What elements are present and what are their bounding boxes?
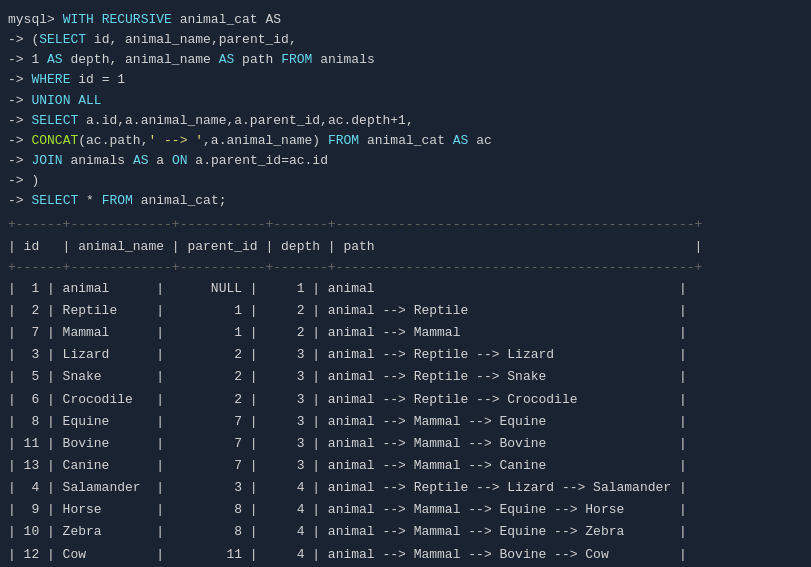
query-line-1: mysql> WITH RECURSIVE animal_cat AS bbox=[8, 10, 803, 30]
table-row: | 7 | Mammal | 1 | 2 | animal --> Mammal… bbox=[8, 322, 803, 344]
table-row: | 3 | Lizard | 2 | 3 | animal --> Reptil… bbox=[8, 344, 803, 366]
query-line-10: -> SELECT * FROM animal_cat; bbox=[8, 191, 803, 211]
table-row: | 4 | Salamander | 3 | 4 | animal --> Re… bbox=[8, 477, 803, 499]
table-row: | 5 | Snake | 2 | 3 | animal --> Reptile… bbox=[8, 366, 803, 388]
query-line-4: -> WHERE id = 1 bbox=[8, 70, 803, 90]
query-section: mysql> WITH RECURSIVE animal_cat AS -> (… bbox=[8, 10, 803, 211]
table-header: | id | animal_name | parent_id | depth |… bbox=[8, 236, 803, 258]
table-row: | 12 | Cow | 11 | 4 | animal --> Mammal … bbox=[8, 544, 803, 566]
table-body: | 1 | animal | NULL | 1 | animal || 2 | … bbox=[8, 278, 803, 567]
query-line-8: -> JOIN animals AS a ON a.parent_id=ac.i… bbox=[8, 151, 803, 171]
query-line-7: -> CONCAT(ac.path,' --> ',a.animal_name)… bbox=[8, 131, 803, 151]
table-row: | 13 | Canine | 7 | 3 | animal --> Mamma… bbox=[8, 455, 803, 477]
table-row: | 2 | Reptile | 1 | 2 | animal --> Repti… bbox=[8, 300, 803, 322]
results-table: +------+-------------+-----------+------… bbox=[8, 215, 803, 567]
query-line-2: -> (SELECT id, animal_name,parent_id, bbox=[8, 30, 803, 50]
query-line-3: -> 1 AS depth, animal_name AS path FROM … bbox=[8, 50, 803, 70]
query-line-9: -> ) bbox=[8, 171, 803, 191]
terminal: mysql> WITH RECURSIVE animal_cat AS -> (… bbox=[8, 10, 803, 567]
table-row: | 6 | Crocodile | 2 | 3 | animal --> Rep… bbox=[8, 389, 803, 411]
table-row: | 10 | Zebra | 8 | 4 | animal --> Mammal… bbox=[8, 521, 803, 543]
table-row: | 11 | Bovine | 7 | 3 | animal --> Mamma… bbox=[8, 433, 803, 455]
query-line-5: -> UNION ALL bbox=[8, 91, 803, 111]
table-row: | 1 | animal | NULL | 1 | animal | bbox=[8, 278, 803, 300]
table-row: | 9 | Horse | 8 | 4 | animal --> Mammal … bbox=[8, 499, 803, 521]
query-line-6: -> SELECT a.id,a.animal_name,a.parent_id… bbox=[8, 111, 803, 131]
separator-mid: +------+-------------+-----------+------… bbox=[8, 258, 803, 278]
table-row: | 8 | Equine | 7 | 3 | animal --> Mammal… bbox=[8, 411, 803, 433]
separator-top: +------+-------------+-----------+------… bbox=[8, 215, 803, 235]
